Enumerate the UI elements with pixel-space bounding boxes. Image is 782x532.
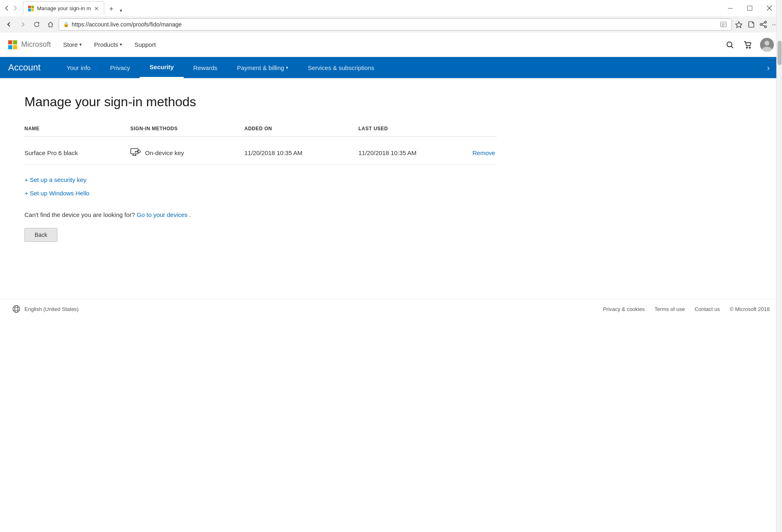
col-header-name: NAME: [24, 126, 130, 131]
new-tab-button[interactable]: +: [105, 3, 117, 15]
footer-terms-link[interactable]: Terms of use: [655, 306, 685, 312]
footer: English (United States) Privacy & cookie…: [0, 299, 782, 319]
ms-header-icons: [724, 38, 774, 52]
table-row: Surface Pro 6 black: [24, 141, 497, 165]
favorites-icon[interactable]: [734, 20, 743, 29]
back-page-icon[interactable]: [3, 4, 11, 12]
browser-titlebar: Manage your sign-in m ✕ + ▾: [0, 0, 782, 16]
remove-link[interactable]: Remove: [472, 149, 495, 156]
svg-point-16: [747, 47, 748, 48]
payment-dropdown-icon: ▾: [286, 65, 288, 70]
nav-support[interactable]: Support: [134, 41, 156, 48]
refresh-button[interactable]: [31, 19, 42, 30]
svg-point-14: [727, 42, 732, 47]
lock-icon: 🔒: [63, 22, 69, 27]
back-button[interactable]: [3, 19, 15, 30]
user-avatar[interactable]: [760, 38, 774, 52]
device-not-found-section: Can't find the device you are looking fo…: [24, 211, 497, 218]
nav-security[interactable]: Security: [140, 57, 183, 78]
svg-point-27: [13, 306, 20, 313]
ms-nav: Store ▾ Products ▾ Support: [63, 41, 724, 48]
period: .: [189, 211, 191, 218]
svg-line-12: [762, 23, 765, 24]
col-header-method: SIGN-IN METHODS: [130, 126, 244, 131]
scrollbar-thumb[interactable]: [778, 41, 782, 65]
cart-button[interactable]: [742, 39, 753, 50]
ms-square-red: [8, 40, 12, 44]
share-icon[interactable]: [759, 20, 768, 29]
nav-rewards[interactable]: Rewards: [184, 57, 227, 78]
tab-close-button[interactable]: ✕: [94, 5, 99, 12]
url-text: https://account.live.com/proofs/fido/man…: [72, 21, 717, 28]
nav-your-info[interactable]: Your info: [57, 57, 101, 78]
col-header-added: ADDED ON: [244, 126, 358, 131]
ms-logo[interactable]: Microsoft: [8, 40, 51, 49]
footer-links: Privacy & cookies Terms of use Contact u…: [603, 306, 770, 312]
cell-device-name: Surface Pro 6 black: [24, 149, 130, 156]
home-button[interactable]: [45, 19, 56, 30]
tab-bar: Manage your sign-in m ✕ + ▾: [23, 1, 719, 15]
footer-locale-section: English (United States): [12, 305, 79, 313]
svg-line-13: [762, 25, 765, 26]
address-bar[interactable]: 🔒 https://account.live.com/proofs/fido/m…: [59, 18, 732, 31]
svg-point-17: [749, 47, 751, 48]
page-title: Manage your sign-in methods: [24, 94, 497, 109]
tab-list-button[interactable]: ▾: [118, 6, 124, 15]
cell-added-on: 11/20/2018 10:35 AM: [244, 149, 358, 156]
device-not-found-text: Can't find the device you are looking fo…: [24, 211, 137, 218]
tab-title: Manage your sign-in m: [37, 5, 91, 11]
search-button[interactable]: [724, 39, 736, 50]
tab-favicon: [28, 6, 34, 11]
method-label: On-device key: [145, 149, 184, 156]
nav-more-button[interactable]: ›: [763, 63, 774, 72]
setup-security-key-link[interactable]: + Set up a security key: [24, 176, 497, 183]
svg-rect-0: [728, 8, 733, 9]
ms-square-blue: [8, 45, 12, 49]
address-bar-icons: [719, 20, 727, 28]
svg-point-18: [764, 41, 769, 46]
setup-windows-hello-link[interactable]: + Set up Windows Hello: [24, 190, 497, 197]
products-dropdown-icon: ▾: [120, 42, 122, 47]
footer-locale: English (United States): [24, 306, 79, 312]
table-header: NAME SIGN-IN METHODS ADDED ON LAST USED: [24, 126, 497, 137]
svg-point-10: [760, 24, 762, 26]
forward-page-icon[interactable]: [11, 4, 19, 12]
maximize-button[interactable]: [740, 2, 759, 15]
nav-store[interactable]: Store ▾: [63, 41, 82, 48]
browser-toolbar-icons: ···: [734, 20, 779, 30]
go-to-devices-link[interactable]: Go to your devices: [137, 211, 188, 218]
svg-rect-1: [748, 6, 752, 11]
reader-mode-icon[interactable]: [719, 20, 727, 28]
col-header-action: [472, 126, 497, 131]
svg-point-28: [15, 306, 18, 313]
back-button[interactable]: Back: [24, 228, 57, 242]
browser-chrome: Manage your sign-in m ✕ + ▾: [0, 0, 782, 33]
address-bar-row: 🔒 https://account.live.com/proofs/fido/m…: [0, 16, 782, 33]
forward-button[interactable]: [17, 19, 29, 30]
svg-marker-8: [736, 22, 742, 28]
scrollbar-track[interactable]: [776, 0, 782, 532]
footer-privacy-link[interactable]: Privacy & cookies: [603, 306, 645, 312]
account-nav: Account Your info Privacy Security Rewar…: [0, 57, 782, 78]
svg-point-11: [764, 26, 767, 28]
minimize-button[interactable]: [721, 2, 740, 15]
ms-logo-squares: [8, 40, 17, 49]
notes-icon[interactable]: [747, 20, 756, 29]
device-key-icon: [130, 148, 141, 157]
ms-square-yellow: [13, 45, 17, 49]
account-nav-items: Your info Privacy Security Rewards Payme…: [57, 57, 763, 78]
account-nav-title: Account: [8, 62, 41, 73]
active-tab[interactable]: Manage your sign-in m ✕: [23, 1, 104, 15]
svg-point-9: [764, 21, 767, 23]
ms-header: Microsoft Store ▾ Products ▾ Support: [0, 33, 782, 57]
footer-contact-link[interactable]: Contact us: [694, 306, 720, 312]
ms-logo-text: Microsoft: [21, 40, 51, 49]
footer-copyright: © Microsoft 2018: [730, 306, 770, 312]
nav-services-subscriptions[interactable]: Services & subscriptions: [298, 57, 384, 78]
sign-in-methods-table: NAME SIGN-IN METHODS ADDED ON LAST USED …: [24, 126, 497, 165]
setup-links: + Set up a security key + Set up Windows…: [24, 176, 497, 197]
nav-privacy[interactable]: Privacy: [100, 57, 140, 78]
nav-payment-billing[interactable]: Payment & billing ▾: [227, 57, 298, 78]
store-dropdown-icon: ▾: [79, 42, 82, 47]
nav-products[interactable]: Products ▾: [94, 41, 122, 48]
